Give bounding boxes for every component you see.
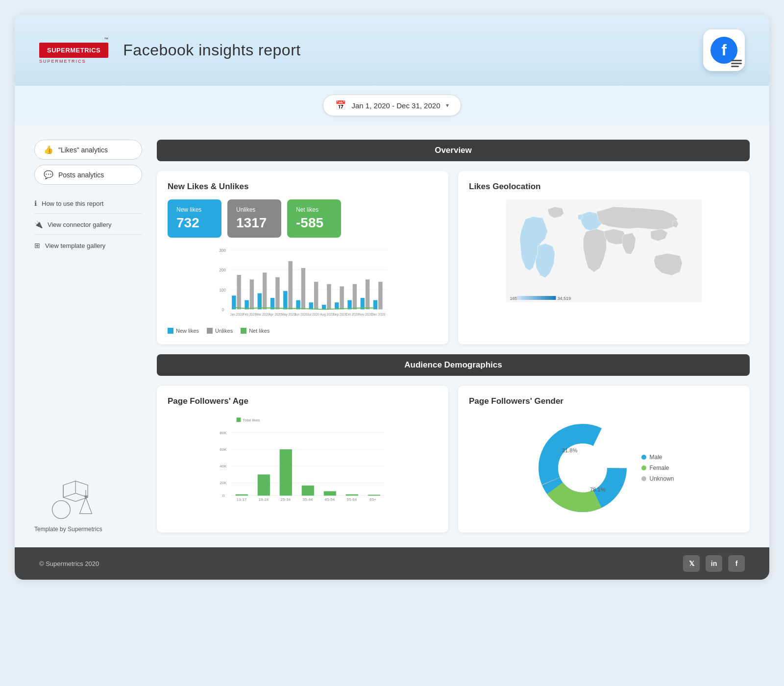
svg-text:Jul 2020: Jul 2020: [307, 313, 319, 316]
svg-text:20K: 20K: [220, 481, 227, 485]
facebook-footer-icon[interactable]: f: [728, 555, 745, 572]
svg-point-5: [52, 501, 71, 519]
svg-text:Sep 2020: Sep 2020: [333, 313, 346, 317]
svg-line-3: [63, 493, 75, 497]
svg-text:Aug 2020: Aug 2020: [320, 313, 334, 317]
svg-text:65+: 65+: [369, 497, 376, 502]
legend-unknown: Unknown: [641, 475, 674, 482]
sidebar: 👍 "Likes" analytics 💬 Posts analytics ℹ …: [34, 140, 142, 533]
main-card: ™ SUPERMETRICS SUPERMETRICS Facebook ins…: [15, 15, 769, 580]
svg-rect-40: [378, 282, 382, 309]
demographics-grid: Page Followers' Age Total likes 80K 60K …: [157, 386, 750, 533]
thumbs-up-icon: 👍: [44, 145, 53, 154]
female-dot: [641, 466, 646, 470]
svg-rect-38: [353, 284, 357, 310]
svg-text:200: 200: [219, 268, 226, 272]
age-chart-card: Page Followers' Age Total likes 80K 60K …: [157, 386, 448, 533]
svg-text:Apr 2020: Apr 2020: [269, 313, 282, 317]
svg-text:35-44: 35-44: [303, 497, 313, 502]
svg-rect-29: [237, 275, 241, 309]
template-icon: ⊞: [34, 242, 40, 249]
header-left: ™ SUPERMETRICS SUPERMETRICS Facebook ins…: [39, 37, 301, 64]
decorative-shapes-illustration: [34, 473, 113, 522]
info-icon: ℹ: [34, 199, 37, 207]
outer-wrapper: ™ SUPERMETRICS SUPERMETRICS Facebook ins…: [0, 0, 784, 686]
connector-gallery-label: View connector gallery: [48, 221, 112, 228]
svg-rect-33: [288, 261, 292, 309]
svg-rect-21: [283, 291, 287, 310]
template-gallery-link[interactable]: ⊞ View template gallery: [34, 242, 142, 255]
how-to-use-link[interactable]: ℹ How to use this report: [34, 199, 142, 214]
svg-rect-39: [366, 279, 369, 309]
svg-rect-35: [314, 282, 318, 309]
svg-rect-19: [258, 294, 262, 310]
world-map-svg: 165 34,519: [469, 199, 739, 307]
sidebar-btn-posts-analytics[interactable]: 💬 Posts analytics: [34, 165, 142, 185]
fb-line-2: [731, 63, 742, 64]
date-filter-row: 📅 Jan 1, 2020 - Dec 31, 2020 ▾: [15, 86, 769, 125]
donut-legend: Male Female Unknown: [641, 454, 674, 482]
svg-text:Jun 2020: Jun 2020: [294, 313, 308, 316]
connector-gallery-link[interactable]: 🔌 View connector gallery: [34, 220, 142, 235]
date-picker[interactable]: 📅 Jan 1, 2020 - Dec 31, 2020 ▾: [323, 95, 462, 116]
date-range-label: Jan 1, 2020 - Dec 31, 2020: [352, 101, 441, 110]
svg-text:300: 300: [219, 248, 226, 253]
svg-text:100: 100: [219, 288, 226, 293]
kpi-row: New likes 732 Unlikes 1317 Net likes -58…: [168, 199, 438, 238]
svg-text:34,519: 34,519: [558, 296, 571, 301]
legend-female: Female: [641, 465, 674, 471]
unknown-dot: [641, 476, 646, 481]
chevron-down-icon: ▾: [446, 102, 449, 109]
footer: © Supermetrics 2020 𝕏 in f: [15, 547, 769, 580]
legend-unlikes-label: Unlikes: [215, 328, 233, 334]
legend-net-likes: Net likes: [241, 328, 270, 334]
header: ™ SUPERMETRICS SUPERMETRICS Facebook ins…: [15, 15, 769, 86]
linkedin-icon[interactable]: in: [706, 555, 722, 572]
kpi-net-likes-value: -585: [296, 215, 332, 231]
donut-chart-svg: 21.8% 78.1%: [534, 419, 632, 517]
calendar-icon: 📅: [335, 100, 346, 111]
svg-text:Nov 2020: Nov 2020: [359, 313, 372, 316]
svg-rect-73: [324, 491, 336, 496]
logo-wrapper: ™ SUPERMETRICS SUPERMETRICS: [39, 37, 108, 64]
age-chart-title: Page Followers' Age: [168, 396, 438, 406]
fb-line-3: [731, 66, 739, 67]
kpi-new-likes: New likes 732: [168, 199, 221, 238]
svg-rect-72: [302, 486, 314, 496]
geo-chart-title: Likes Geolocation: [469, 182, 739, 192]
svg-text:Total likes: Total likes: [243, 418, 260, 422]
how-to-use-label: How to use this report: [42, 200, 103, 207]
fb-line-1: [731, 60, 742, 61]
age-chart-area: Total likes 80K 60K 40K 20K 0: [168, 414, 438, 512]
svg-text:55-64: 55-64: [347, 497, 357, 502]
overview-section-header: Overview: [157, 140, 750, 161]
svg-text:21.8%: 21.8%: [562, 447, 577, 453]
twitter-icon[interactable]: 𝕏: [683, 555, 700, 572]
new-likes-chart-title: New Likes & Unlikes: [168, 182, 438, 192]
kpi-net-likes: Net likes -585: [287, 199, 341, 238]
legend-unlikes: Unlikes: [207, 328, 233, 334]
template-gallery-label: View template gallery: [45, 242, 105, 249]
svg-text:165: 165: [510, 296, 517, 301]
svg-rect-70: [258, 474, 270, 495]
logo-box: SUPERMETRICS: [39, 43, 108, 58]
sidebar-links: ℹ How to use this report 🔌 View connecto…: [34, 199, 142, 255]
svg-rect-34: [301, 268, 305, 309]
gender-chart-card: Page Followers' Gender: [458, 386, 750, 533]
unknown-label: Unknown: [649, 475, 674, 482]
svg-text:Jan 2020: Jan 2020: [230, 313, 243, 316]
sidebar-btn-likes-analytics[interactable]: 👍 "Likes" analytics: [34, 140, 142, 160]
svg-text:60K: 60K: [220, 447, 227, 452]
svg-rect-55: [517, 296, 556, 300]
fb-lines: [731, 60, 742, 67]
legend-net-likes-dot: [241, 328, 246, 334]
kpi-new-likes-value: 732: [176, 215, 213, 231]
legend-unlikes-dot: [207, 328, 213, 334]
svg-text:78.1%: 78.1%: [590, 487, 605, 492]
page-title: Facebook insights report: [123, 41, 300, 59]
legend-male: Male: [641, 454, 674, 461]
footer-social-icons: 𝕏 in f: [683, 555, 745, 572]
kpi-new-likes-label: New likes: [176, 206, 213, 213]
svg-rect-31: [263, 272, 267, 309]
svg-rect-36: [327, 284, 331, 310]
